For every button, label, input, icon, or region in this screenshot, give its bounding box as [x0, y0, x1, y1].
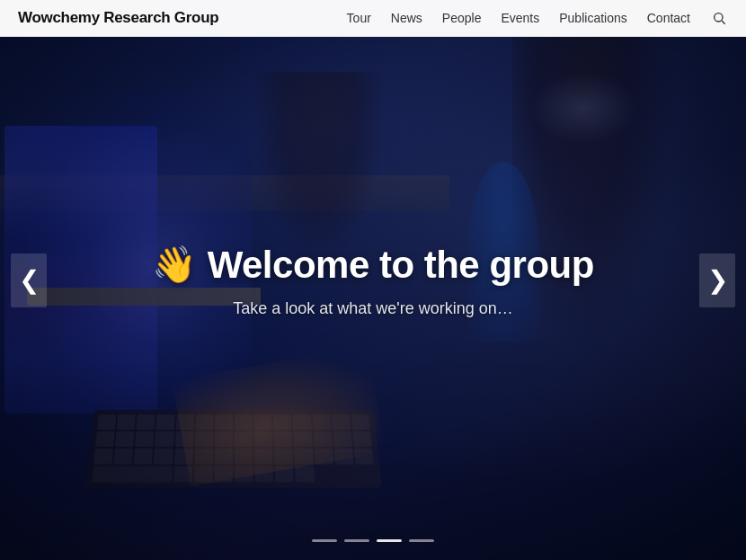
nav-tour[interactable]: Tour	[347, 11, 371, 25]
slide-dot-4[interactable]	[409, 539, 434, 542]
nav-events[interactable]: Events	[501, 11, 539, 25]
brand-name: Wowchemy Research Group	[18, 9, 218, 27]
navbar: Wowchemy Research Group Tour News People…	[0, 0, 746, 37]
wave-emoji: 👋	[152, 244, 197, 286]
slide-indicators	[312, 539, 434, 542]
svg-line-1	[722, 21, 725, 24]
hero-title: 👋 Welcome to the group	[103, 243, 643, 286]
slide-dot-1[interactable]	[312, 539, 337, 542]
search-icon	[712, 11, 726, 25]
chevron-left-icon: ❮	[19, 265, 40, 295]
nav-publications[interactable]: Publications	[559, 11, 627, 25]
slide-dot-3[interactable]	[377, 539, 402, 542]
search-button[interactable]	[710, 9, 728, 27]
chevron-right-icon: ❯	[707, 265, 728, 295]
nav-news[interactable]: News	[391, 11, 422, 25]
next-slide-button[interactable]: ❯	[699, 253, 735, 307]
hero-subtitle: Take a look at what we're working on…	[103, 298, 643, 317]
svg-point-0	[715, 13, 723, 22]
hero-section: 👋 Welcome to the group Take a look at wh…	[0, 0, 746, 560]
hero-title-text: Welcome to the group	[208, 243, 594, 286]
nav-links: Tour News People Events Publications Con…	[347, 9, 728, 27]
nav-contact[interactable]: Contact	[647, 11, 690, 25]
hero-content: 👋 Welcome to the group Take a look at wh…	[103, 243, 643, 317]
slide-dot-2[interactable]	[344, 539, 369, 542]
nav-people[interactable]: People	[442, 11, 482, 25]
prev-slide-button[interactable]: ❮	[11, 253, 47, 307]
